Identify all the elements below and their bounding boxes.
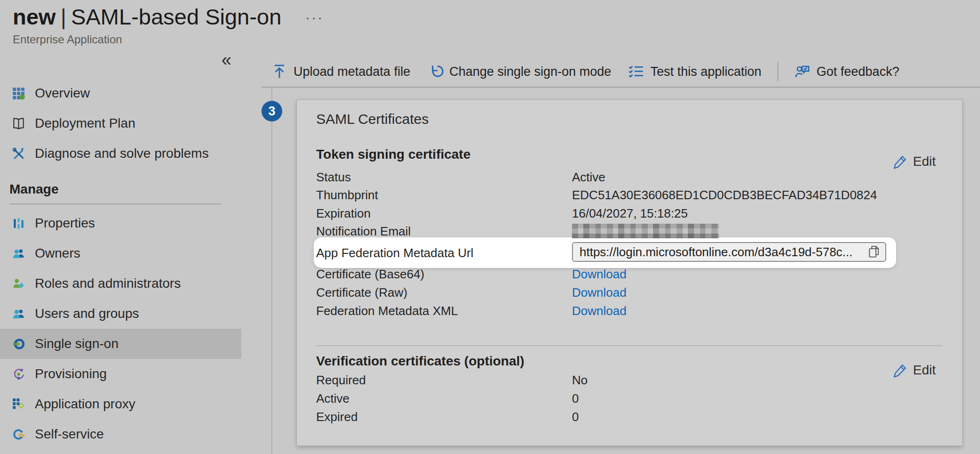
row-value: EDC51A30E36068ED1CD0CDB3BECFAD34B71D0824 [572,187,877,203]
download-link[interactable]: Download [572,303,627,319]
sidebar-item-owners[interactable]: Owners [0,238,241,268]
sidebar-item-properties[interactable]: Properties [0,208,241,238]
sidebar-item-label: Provisioning [35,366,107,381]
self-service-icon [12,428,25,441]
row-active: Active0 [316,390,947,406]
sidebar-item-label: Diagnose and solve problems [35,146,209,161]
row-federation-metadata-xml: Federation Metadata XMLDownload [316,303,947,319]
sidebar-divider [9,203,221,204]
change-single-sign-on-mode-button[interactable]: Change single sign-on mode [427,64,612,80]
row-label: Status [316,169,351,185]
verification-certificates-heading: Verification certificates (optional) [316,354,524,369]
sidebar-item-users-and-groups[interactable]: Users and groups [0,299,241,329]
app-proxy-icon [12,398,25,411]
upload-icon [271,64,287,80]
download-link[interactable]: Download [572,284,627,300]
toolbar-button-label: Got feedback? [817,65,899,79]
upload-metadata-file-button[interactable]: Upload metadata file [271,64,410,80]
page-title: new|SAML-based Sign-on [13,4,281,30]
owners-icon [12,247,25,260]
row-app-federation-metadata-url: App Federation Metadata Urlhttps://login… [316,245,947,261]
diagnose-icon [12,147,25,160]
row-label: Expired [316,409,358,425]
sidebar-item-label: Deployment Plan [35,116,135,131]
sidebar-collapse-button[interactable]: « [221,51,231,69]
got-feedback-button[interactable]: Got feedback? [794,64,899,80]
page-subtitle: Enterprise Application [13,33,122,46]
card-title: SAML Certificates [316,111,429,127]
row-certificate-base64: Certificate (Base64)Download [316,266,947,282]
row-label: Federation Metadata XML [316,303,458,319]
row-required: RequiredNo [316,372,947,388]
row-thumbprint: ThumbprintEDC51A30E36068ED1CD0CDB3BECFAD… [316,187,947,203]
test-icon [628,64,644,80]
row-label: Notification Email [316,223,411,239]
roles-icon [12,277,25,290]
card-divider [316,345,943,346]
sidebar-item-application-proxy[interactable]: Application proxy [0,389,241,419]
row-value: 0 [572,390,579,406]
row-value: 0 [572,409,579,425]
sidebar-item-label: Roles and administrators [35,276,181,291]
sidebar-item-label: Application proxy [35,397,135,412]
sidebar-manage-group: PropertiesOwnersRoles and administrators… [0,208,241,449]
sidebar-item-roles-and-administrators[interactable]: Roles and administrators [0,268,241,299]
row-label: Certificate (Raw) [316,284,408,300]
sidebar-item-label: Owners [35,246,80,261]
users-groups-icon [12,308,25,320]
row-label: Active [316,390,350,406]
row-label: App Federation Metadata Url [316,245,474,261]
sidebar-item-provisioning[interactable]: Provisioning [0,359,241,389]
app-name: new [13,4,56,29]
row-label: Required [316,372,366,388]
properties-icon [12,217,25,230]
row-label: Thumbprint [316,187,378,203]
sidebar-item-label: Overview [35,86,90,101]
provisioning-icon [12,368,25,381]
download-link[interactable]: Download [572,266,627,282]
row-expired: Expired0 [316,409,947,425]
title-separator: | [60,4,66,29]
sidebar-item-label: Properties [35,216,95,231]
deployment-plan-icon [12,117,25,130]
toolbar-button-label: Change single sign-on mode [449,65,612,79]
sidebar-item-deployment-plan[interactable]: Deployment Plan [0,108,241,138]
row-notification-email: Notification Email [316,223,947,239]
sidebar-item-self-service[interactable]: Self-service [0,419,241,449]
token-signing-certificate-heading: Token signing certificate [316,147,471,162]
copy-icon[interactable] [866,244,882,260]
sidebar-item-diagnose-and-solve-problems[interactable]: Diagnose and solve problems [0,138,241,169]
row-value: Active [572,169,605,185]
row-value: 16/04/2027, 15:18:25 [572,205,688,221]
pencil-icon [893,154,913,169]
page-name: SAML-based Sign-on [71,4,282,29]
row-certificate-raw: Certificate (Raw)Download [316,284,947,300]
change-mode-icon [427,64,443,80]
edit-label: Edit [913,154,936,169]
edit-token-certificate-button[interactable]: Edit [893,154,936,169]
metadata-url-input[interactable]: https://login.microsoftonline.com/d3a4c1… [572,242,886,262]
toolbar-divider [777,62,778,81]
metadata-url-value: https://login.microsoftonline.com/d3a4c1… [580,245,866,259]
toolbar-button-label: Upload metadata file [294,65,410,79]
row-status: StatusActive [316,169,947,185]
sso-icon [12,338,25,350]
row-value: No [572,372,588,388]
step-3-badge: 3 [261,101,282,122]
row-label: Expiration [316,205,371,221]
step-timeline [271,88,272,454]
sidebar-top-group: OverviewDeployment PlanDiagnose and solv… [0,78,241,169]
sidebar-item-overview[interactable]: Overview [0,78,241,108]
toolbar-underline [262,87,980,88]
more-menu-button[interactable]: ··· [305,9,324,25]
saml-certificates-card: SAML Certificates Token signing certific… [296,99,963,446]
test-this-application-button[interactable]: Test this application [628,64,761,80]
redacted-email-value [572,224,719,238]
feedback-icon [794,64,810,80]
command-bar: Upload metadata fileChange single sign-o… [262,57,980,87]
sidebar-item-single-sign-on[interactable]: Single sign-on [0,329,241,359]
sidebar-item-label: Users and groups [35,306,139,321]
row-label: Certificate (Base64) [316,266,425,282]
row-expiration: Expiration16/04/2027, 15:18:25 [316,205,947,221]
sidebar-section-manage: Manage [9,182,58,197]
